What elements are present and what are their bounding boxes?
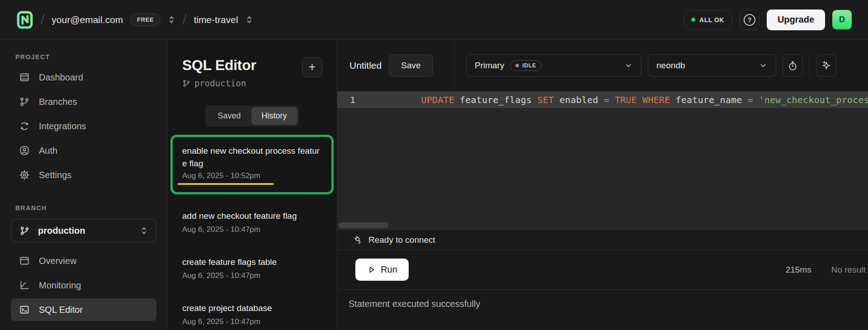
result-summary: No result	[831, 265, 866, 275]
timestamp-underline-highlight	[178, 183, 274, 185]
sidebar-item-settings[interactable]: Settings	[11, 164, 156, 186]
line-number: 1	[337, 94, 355, 105]
history-item-timestamp: Aug 6, 2025 - 10:52pm	[182, 171, 322, 180]
tab-saved[interactable]: Saved	[207, 107, 251, 125]
panel-branch-name: production	[194, 78, 246, 88]
git-branch-icon	[182, 79, 191, 88]
database-selector-value: neondb	[656, 61, 685, 71]
compute-status-label: IDLE	[522, 62, 536, 69]
system-status-pill[interactable]: ALL OK	[683, 10, 732, 29]
help-button[interactable]: ?	[740, 10, 760, 30]
branch-selector-chevron-icon	[140, 226, 148, 236]
sidebar-item-branches[interactable]: Branches	[11, 90, 156, 113]
sidebar-item-label: Settings	[39, 170, 71, 180]
chevron-down-icon	[759, 61, 768, 70]
git-branch-icon	[19, 226, 30, 236]
panel-title: SQL Editor	[182, 57, 256, 74]
tab-history[interactable]: History	[251, 107, 297, 125]
history-item-title: create project database	[182, 302, 318, 315]
run-button[interactable]: Run	[355, 259, 409, 281]
git-branch-icon	[19, 96, 30, 107]
panel-branch: production	[182, 78, 256, 88]
compute-status-badge: IDLE	[510, 60, 542, 71]
avatar[interactable]: D	[832, 10, 852, 29]
history-item-highlighted[interactable]: enable new checkout process feature flag…	[170, 135, 334, 194]
compute-selector-value: Primary	[475, 61, 504, 71]
sidebar-item-label: Dashboard	[39, 72, 83, 83]
sidebar-item-label: Auth	[39, 146, 57, 156]
sidebar-item-monitoring[interactable]: Monitoring	[11, 274, 156, 297]
plug-icon	[353, 235, 363, 245]
history-item[interactable]: create feature flags table Aug 6, 2025 -…	[182, 256, 322, 280]
history-item-timestamp: Aug 6, 2025 - 10:47pm	[182, 271, 322, 280]
top-bar: / your@email.com FREE / time-travel ALL …	[0, 0, 868, 40]
sidebar: PROJECT Dashboard Branches Integrations …	[0, 40, 167, 330]
new-query-button[interactable]: +	[302, 57, 322, 77]
history-item-timestamp: Aug 6, 2025 - 10:47pm	[182, 225, 322, 234]
sidebar-item-sql-editor[interactable]: SQL Editor	[11, 298, 156, 321]
query-duration: 215ms	[786, 265, 811, 275]
sidebar-item-label: Integrations	[39, 121, 86, 132]
chevron-down-icon	[624, 61, 633, 70]
upgrade-button[interactable]: Upgrade	[767, 9, 825, 30]
project-switcher-chevron-icon[interactable]	[245, 15, 253, 24]
breadcrumb-account[interactable]: your@email.com	[52, 14, 123, 25]
window-icon	[19, 72, 30, 83]
saved-history-tabs: Saved History	[205, 105, 299, 127]
main-layout: PROJECT Dashboard Branches Integrations …	[0, 40, 868, 330]
sidebar-item-label: Monitoring	[39, 280, 81, 291]
breadcrumb-project[interactable]: time-travel	[194, 14, 238, 25]
run-button-label: Run	[381, 264, 397, 275]
status-dot-icon	[691, 18, 695, 22]
query-history-button[interactable]	[783, 54, 803, 77]
question-icon: ?	[744, 14, 755, 26]
sidebar-item-label: SQL Editor	[39, 305, 83, 315]
sparkles-icon	[821, 61, 831, 71]
window-icon	[19, 255, 30, 266]
history-item[interactable]: add new checkout feature flag Aug 6, 202…	[182, 210, 322, 234]
ai-assist-button[interactable]	[816, 54, 836, 77]
branch-selector[interactable]: production	[11, 219, 156, 242]
breadcrumb-slash-icon: /	[41, 12, 44, 27]
history-item-title: create feature flags table	[182, 256, 318, 269]
sidebar-item-overview[interactable]: Overview	[11, 250, 156, 272]
sidebar-item-label: Branches	[39, 97, 77, 107]
database-selector[interactable]: neondb	[648, 54, 776, 77]
stopwatch-icon	[788, 61, 798, 71]
save-button[interactable]: Save	[389, 54, 433, 77]
connection-status-bar: Ready to connect	[337, 230, 868, 250]
editor-pane: Untitled Save Primary IDLE	[337, 40, 868, 330]
query-tab-title: Untitled	[349, 60, 382, 71]
sidebar-item-dashboard[interactable]: Dashboard	[11, 66, 156, 89]
history-item[interactable]: create project database Aug 6, 2025 - 10…	[182, 302, 322, 326]
sidebar-item-integrations[interactable]: Integrations	[11, 115, 156, 137]
horizontal-scrollbar-thumb[interactable]	[339, 222, 388, 228]
gear-icon	[19, 170, 30, 180]
sql-editor-panel: SQL Editor production + Saved History en…	[167, 40, 337, 330]
breadcrumb-slash-icon: /	[183, 12, 186, 27]
compute-selector[interactable]: Primary IDLE	[466, 54, 642, 77]
branch-section-label: BRANCH	[15, 204, 156, 212]
execution-status-message: Statement executed successfully	[349, 299, 480, 309]
status-pill-label: ALL OK	[699, 16, 724, 24]
history-item-title: add new checkout feature flag	[182, 210, 318, 222]
sql-statement: UPDATE feature_flags SET enabled = TRUE …	[366, 84, 868, 116]
execution-status-bar: Statement executed successfully	[337, 289, 868, 330]
account-switcher-chevron-icon[interactable]	[168, 15, 175, 24]
connection-status-text: Ready to connect	[368, 235, 435, 245]
branch-selector-value: production	[38, 226, 85, 236]
sql-code-editor[interactable]: 1 UPDATE feature_flags SET enabled = TRU…	[337, 91, 868, 230]
code-line-current: 1 UPDATE feature_flags SET enabled = TRU…	[337, 91, 868, 108]
project-section-label: PROJECT	[15, 53, 156, 61]
plan-badge: FREE	[130, 13, 160, 26]
terminal-icon	[19, 304, 30, 315]
run-bar: Run 215ms No result	[337, 250, 868, 289]
history-item-timestamp: Aug 6, 2025 - 10:47pm	[182, 317, 322, 326]
history-item-title: enable new checkout process feature flag	[182, 145, 322, 170]
toolbar-divider	[809, 54, 810, 77]
neon-logo-icon[interactable]	[16, 10, 33, 29]
sidebar-item-auth[interactable]: Auth	[11, 139, 156, 162]
auth-user-badge-icon	[19, 145, 30, 156]
sidebar-item-label: Overview	[39, 256, 76, 266]
play-icon	[367, 265, 376, 274]
